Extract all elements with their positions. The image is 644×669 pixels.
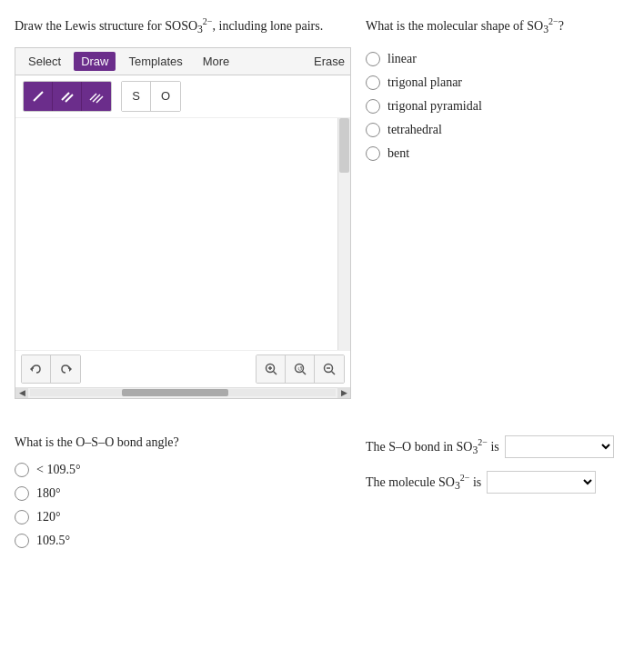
erase-button[interactable]: Erase xyxy=(314,55,345,68)
angle-label-120: 120° xyxy=(36,510,61,524)
angle-label-180: 180° xyxy=(36,486,61,501)
draw-toolbar: Select Draw Templates More Erase xyxy=(15,47,351,75)
redo-button[interactable] xyxy=(51,355,80,383)
scroll-left-arrow[interactable]: ◀ xyxy=(15,387,28,398)
canvas-scroll-container xyxy=(15,118,350,350)
bottom-left-panel: What is the O–S–O bond angle? < 109.5° 1… xyxy=(15,435,351,548)
bond-angle-question: What is the O–S–O bond angle? xyxy=(15,435,351,450)
shape-option-trigonal-pyramidal[interactable]: trigonal pyramidal xyxy=(366,99,629,114)
molecule-dropdown[interactable] xyxy=(487,471,596,494)
svg-line-0 xyxy=(34,92,43,101)
shape-label-trigonal-planar: trigonal planar xyxy=(387,75,462,90)
shape-option-tetrahedral[interactable]: tetrahedral xyxy=(366,123,629,137)
undo-button[interactable] xyxy=(22,355,51,383)
zoom-bar: ↺ xyxy=(15,350,350,387)
triple-bond-icon xyxy=(88,88,105,105)
double-bond-button[interactable] xyxy=(53,82,82,111)
zoom-out-icon xyxy=(322,362,337,376)
undo-icon xyxy=(29,362,44,376)
shape-option-bent[interactable]: bent xyxy=(366,146,629,161)
vertical-scroll-thumb xyxy=(339,118,349,173)
angle-label-109: 109.5° xyxy=(36,534,70,548)
bottom-right-panel: The S–O bond in SO32− is The molecule SO… xyxy=(366,435,629,548)
svg-line-9 xyxy=(273,371,277,374)
shape-label-tetrahedral: tetrahedral xyxy=(387,123,442,137)
zoom-group: ↺ xyxy=(256,354,345,384)
angle-label-less-109: < 109.5° xyxy=(36,463,81,477)
angle-option-180[interactable]: 180° xyxy=(15,486,351,501)
sulfur-atom-button[interactable]: S xyxy=(122,82,151,111)
atom-group: S O xyxy=(121,81,181,112)
bond-group xyxy=(23,81,112,112)
radio-circle-120 xyxy=(15,510,29,524)
molecule-row: The molecule SO32− is xyxy=(366,471,629,494)
reset-zoom-icon: ↺ xyxy=(293,362,307,376)
draw-area-wrapper: S O xyxy=(15,75,351,399)
angle-option-109[interactable]: 109.5° xyxy=(15,534,351,548)
svg-text:↺: ↺ xyxy=(297,365,302,372)
shape-label-trigonal-pyramidal: trigonal pyramidal xyxy=(387,99,482,114)
undo-redo-group xyxy=(21,354,81,384)
angle-option-less-109[interactable]: < 109.5° xyxy=(15,463,351,477)
vertical-scrollbar[interactable] xyxy=(337,118,350,350)
scroll-track xyxy=(30,389,336,396)
shape-label-bent: bent xyxy=(387,146,409,161)
so-bond-dropdown[interactable] xyxy=(505,435,614,458)
single-bond-icon xyxy=(30,88,46,105)
triple-bond-button[interactable] xyxy=(82,82,111,111)
zoom-in-icon xyxy=(264,362,278,376)
bond-tools-row: S O xyxy=(15,75,350,118)
select-button[interactable]: Select xyxy=(21,52,68,71)
redo-icon xyxy=(58,362,73,376)
left-panel: Draw the Lewis structure for SOSO32−, in… xyxy=(15,15,351,399)
question-suffix: , including lone pairs. xyxy=(213,19,324,33)
angle-option-120[interactable]: 120° xyxy=(15,510,351,524)
double-bond-icon xyxy=(59,88,75,105)
shape-option-trigonal-planar[interactable]: trigonal planar xyxy=(366,75,629,90)
scroll-thumb xyxy=(122,389,229,396)
radio-circle-trigonal-pyramidal xyxy=(366,99,380,114)
radio-circle-109 xyxy=(15,534,29,548)
svg-line-13 xyxy=(302,371,306,374)
shape-label-linear: linear xyxy=(387,52,417,66)
radio-circle-tetrahedral xyxy=(366,123,380,137)
oxygen-atom-button[interactable]: O xyxy=(151,82,180,111)
draw-button[interactable]: Draw xyxy=(74,52,116,71)
scroll-right-arrow[interactable]: ▶ xyxy=(337,387,350,398)
lewis-structure-question: Draw the Lewis structure for SOSO32−, in… xyxy=(15,15,351,38)
more-button[interactable]: More xyxy=(196,52,237,71)
so-bond-row: The S–O bond in SO32− is xyxy=(366,435,629,458)
shape-radio-group: linear trigonal planar trigonal pyramida… xyxy=(366,52,629,161)
svg-marker-6 xyxy=(30,366,33,372)
zoom-out-button[interactable] xyxy=(315,355,344,383)
molecular-shape-question: What is the molecular shape of SO32−? xyxy=(366,15,629,39)
svg-marker-7 xyxy=(69,366,72,372)
radio-circle-less-109 xyxy=(15,463,29,477)
right-panel: What is the molecular shape of SO32−? li… xyxy=(366,15,629,399)
radio-circle-bent xyxy=(366,146,380,161)
zoom-in-button[interactable] xyxy=(257,355,286,383)
molecule-text: The molecule SO32− is xyxy=(366,473,481,492)
so-bond-text: The S–O bond in SO32− is xyxy=(366,437,499,456)
radio-circle-trigonal-planar xyxy=(366,75,380,90)
bond-angle-radio-group: < 109.5° 180° 120° 109.5° xyxy=(15,463,351,548)
horizontal-scrollbar[interactable]: ◀ ▶ xyxy=(15,387,350,398)
question-prefix: Draw the Lewis structure for SO xyxy=(15,19,181,33)
radio-circle-linear xyxy=(366,52,380,66)
templates-button[interactable]: Templates xyxy=(121,52,189,71)
drawing-canvas[interactable] xyxy=(15,118,350,350)
single-bond-button[interactable] xyxy=(24,82,53,111)
svg-line-16 xyxy=(332,371,336,374)
reset-zoom-button[interactable]: ↺ xyxy=(286,355,315,383)
bottom-container: What is the O–S–O bond angle? < 109.5° 1… xyxy=(0,421,644,563)
radio-circle-180 xyxy=(15,486,29,501)
shape-option-linear[interactable]: linear xyxy=(366,52,629,66)
